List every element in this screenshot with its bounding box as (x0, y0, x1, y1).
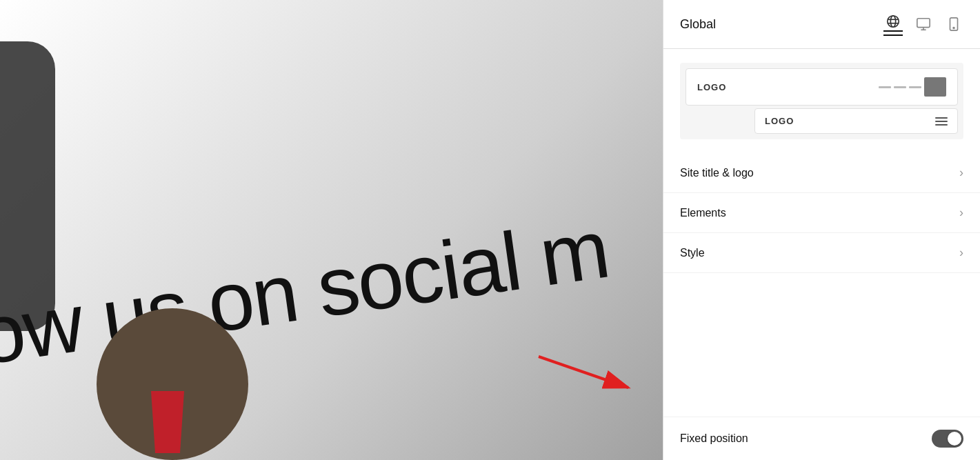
panel-title: Global (680, 17, 716, 44)
fixed-position-row: Fixed position (663, 417, 980, 460)
menu-item-elements[interactable]: Elements › (663, 193, 980, 233)
toggle-knob (948, 432, 961, 446)
panel-icons (883, 12, 963, 48)
header-preview: LOGO LOGO (663, 49, 980, 153)
preview-bottom-card: LOGO (754, 108, 958, 134)
chevron-right-icon: › (959, 166, 963, 180)
chevron-right-icon: › (959, 206, 963, 220)
menu-item-style-label: Style (680, 247, 705, 259)
svg-point-3 (890, 16, 895, 28)
hamburger-menu-icon (935, 117, 948, 126)
fixed-position-label: Fixed position (680, 432, 748, 445)
menu-item-elements-label: Elements (680, 207, 726, 219)
right-panel: Global (663, 0, 980, 460)
panel-header: Global (663, 0, 980, 49)
preview-card-outer: LOGO LOGO (680, 63, 963, 139)
preview-color-square (924, 77, 946, 97)
svg-point-10 (953, 28, 954, 29)
desktop-view-button[interactable] (914, 14, 933, 34)
preview-bottom-logo-label: LOGO (765, 116, 794, 126)
menu-item-site-title[interactable]: Site title & logo › (663, 153, 980, 193)
chevron-right-icon: › (959, 246, 963, 260)
svg-rect-6 (917, 19, 930, 28)
mobile-view-button[interactable] (944, 14, 963, 34)
red-arrow-icon (532, 343, 642, 398)
preview-top-card: LOGO (686, 68, 958, 106)
canvas-area: ow us on social m (0, 0, 663, 460)
active-underline (883, 34, 903, 36)
preview-dashes (879, 77, 946, 97)
svg-point-2 (888, 16, 899, 28)
globe-view-button[interactable] (883, 12, 903, 32)
canvas-text: ow us on social m (0, 207, 613, 377)
preview-bottom-card-wrapper: LOGO (754, 108, 958, 134)
menu-list: Site title & logo › Elements › Style › (663, 153, 980, 417)
canvas-cup (147, 391, 188, 453)
fixed-position-toggle[interactable] (932, 430, 963, 448)
svg-line-1 (539, 357, 628, 388)
menu-item-site-title-label: Site title & logo (680, 167, 754, 179)
preview-top-logo-label: LOGO (697, 82, 726, 92)
menu-item-style[interactable]: Style › (663, 233, 980, 273)
